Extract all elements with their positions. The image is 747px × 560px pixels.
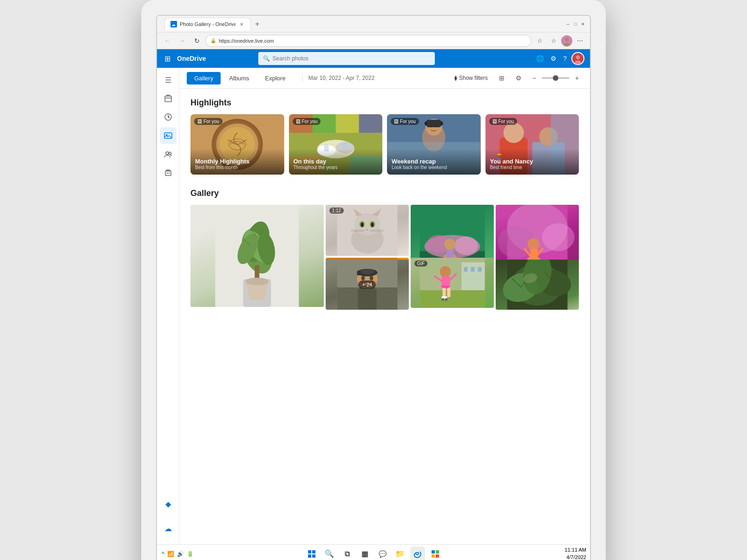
- search-input[interactable]: [273, 55, 430, 62]
- browser-tab-onedrive[interactable]: ☁ Photo Gallery - OneDrive ✕: [164, 18, 251, 31]
- header-search-box[interactable]: 🔍: [258, 52, 435, 65]
- tab-albums[interactable]: Albums: [222, 72, 256, 85]
- sidebar-item-shared[interactable]: [160, 146, 177, 163]
- sidebar-item-files[interactable]: [160, 90, 177, 107]
- highlight-card-monthly[interactable]: 🖼For you Monthly Highlights Best from th…: [190, 114, 284, 175]
- nav-bar: Gallery Albums Explore Mar 10, 2022 - Ap…: [179, 68, 590, 89]
- svg-point-70: [360, 222, 363, 227]
- taskbar-volume-icon[interactable]: 🔊: [176, 550, 185, 558]
- svg-rect-111: [419, 290, 485, 308]
- user-avatar[interactable]: [571, 52, 584, 65]
- sidebar-item-recycle[interactable]: [160, 164, 177, 181]
- svg-rect-128: [357, 271, 360, 275]
- network-icon[interactable]: 🌐: [534, 53, 546, 64]
- system-clock[interactable]: 11:11 AM 4/7/2022: [565, 547, 586, 560]
- highlight-card-weekend[interactable]: 🖼For you Weekend recap Look back on the …: [387, 114, 481, 175]
- svg-rect-10: [164, 133, 172, 138]
- gallery-item-plant[interactable]: [190, 205, 324, 307]
- settings-gear-button[interactable]: ⚙: [512, 72, 525, 85]
- nav-actions: ⧫ Show filters ⊞ ⚙ − +: [451, 72, 583, 85]
- sidebar-diamond-icon[interactable]: ◆: [160, 495, 177, 512]
- tab-explore[interactable]: Explore: [258, 72, 293, 85]
- svg-point-122: [445, 298, 447, 301]
- help-icon[interactable]: ?: [561, 53, 569, 64]
- taskbar-explorer-button[interactable]: 📁: [393, 547, 407, 560]
- zoom-slider[interactable]: [542, 77, 570, 79]
- show-filters-label: Show filters: [459, 75, 488, 81]
- sidebar-cloud-icon[interactable]: ☁: [160, 520, 177, 537]
- gallery-item-roller[interactable]: GIF: [411, 258, 494, 308]
- zoom-handle[interactable]: [553, 75, 558, 81]
- taskbar-wifi-icon[interactable]: 📶: [166, 550, 175, 558]
- header-action-icons: 🌐 ⚙ ?: [534, 52, 584, 65]
- taskbar-search-button[interactable]: 🔍: [322, 547, 337, 560]
- svg-point-4: [564, 43, 570, 46]
- forward-button[interactable]: →: [176, 34, 189, 47]
- taskbar-store-button[interactable]: [428, 547, 443, 560]
- svg-rect-146: [436, 554, 439, 558]
- view-toggle-button[interactable]: ⊞: [495, 72, 508, 85]
- sidebar-item-photos[interactable]: [160, 127, 177, 144]
- svg-rect-132: [358, 288, 376, 310]
- gif-badge: GIF: [414, 260, 428, 267]
- svg-rect-119: [447, 288, 450, 297]
- svg-point-116: [439, 266, 451, 277]
- new-tab-button[interactable]: +: [252, 19, 263, 30]
- search-icon: 🔍: [263, 55, 270, 62]
- laptop-screen: ☁ Photo Gallery - OneDrive ✕ + ─ □ ✕ ← →…: [156, 15, 591, 560]
- url-bar[interactable]: 🔒 https://onedrive.live.com: [205, 35, 531, 47]
- svg-point-7: [575, 60, 581, 65]
- maximize-button[interactable]: □: [572, 21, 579, 27]
- browser-window-controls: ─ □ ✕: [565, 21, 586, 27]
- svg-rect-113: [464, 267, 467, 272]
- settings-icon[interactable]: ⚙: [549, 53, 558, 64]
- taskbar-chevron-icon[interactable]: ^: [161, 550, 165, 558]
- svg-rect-8: [165, 96, 171, 102]
- address-bar: ← → ↻ 🔒 https://onedrive.live.com ☆ ☆ ⋯: [157, 33, 590, 49]
- taskbar-edge-button[interactable]: [410, 547, 425, 560]
- browser-profile-avatar[interactable]: [561, 35, 572, 46]
- taskbar-widgets-button[interactable]: ▦: [357, 547, 372, 560]
- zoom-out-button[interactable]: −: [529, 72, 540, 84]
- taskbar-teams-button[interactable]: 💬: [375, 547, 390, 560]
- highlight-card-nancy[interactable]: 🖼For you You and Nancy Best friend time: [485, 114, 579, 175]
- svg-rect-32: [359, 114, 382, 133]
- gallery-item-leaves[interactable]: [496, 260, 579, 310]
- on-this-day-card-subtitle: Throughout the years: [294, 165, 378, 170]
- svg-rect-143: [432, 550, 435, 553]
- zoom-in-button[interactable]: +: [571, 72, 583, 84]
- gallery-item-cat[interactable]: 1:12: [326, 205, 409, 256]
- svg-rect-144: [436, 550, 439, 553]
- system-time: 11:11 AM: [565, 547, 586, 553]
- sidebar: ☰ ◆ - ☁: [157, 68, 179, 544]
- plant-image: [190, 205, 324, 307]
- monthly-highlights-card-title: Monthly Highlights: [195, 158, 280, 165]
- svg-rect-114: [471, 267, 474, 272]
- gallery-item-jumping[interactable]: + 24: [326, 260, 409, 310]
- sidebar-item-recent[interactable]: [160, 109, 177, 125]
- minimize-button[interactable]: ─: [565, 21, 571, 27]
- svg-point-71: [371, 222, 374, 227]
- close-button[interactable]: ✕: [580, 21, 586, 27]
- svg-rect-141: [308, 554, 311, 558]
- favorites-icon[interactable]: ☆: [533, 34, 546, 47]
- app-grid-icon[interactable]: ⊞: [163, 52, 172, 65]
- svg-text:☁: ☁: [171, 22, 176, 27]
- taskbar-battery-icon[interactable]: 🔋: [186, 550, 195, 558]
- browser-more-button[interactable]: ⋯: [573, 34, 586, 47]
- refresh-button[interactable]: ↻: [190, 34, 203, 47]
- sidebar-item-menu[interactable]: ☰: [160, 72, 177, 88]
- show-filters-button[interactable]: ⧫ Show filters: [451, 73, 491, 83]
- highlight-card-onthisday[interactable]: 🖼For you On this day Throughout the year…: [289, 114, 383, 175]
- taskbar-taskview-button[interactable]: ⧉: [340, 547, 354, 560]
- taskbar-start-button[interactable]: [304, 547, 319, 560]
- tab-close-button[interactable]: ✕: [238, 21, 245, 27]
- back-button[interactable]: ←: [161, 34, 174, 47]
- add-favorites-icon[interactable]: ☆: [547, 34, 560, 47]
- tab-gallery[interactable]: Gallery: [187, 72, 221, 85]
- taskbar-right: 11:11 AM 4/7/2022: [565, 547, 586, 560]
- filter-icon: ⧫: [454, 75, 457, 81]
- svg-point-41: [436, 125, 438, 127]
- weekend-recap-card-title: Weekend recap: [392, 158, 476, 165]
- url-text: https://onedrive.live.com: [219, 38, 274, 44]
